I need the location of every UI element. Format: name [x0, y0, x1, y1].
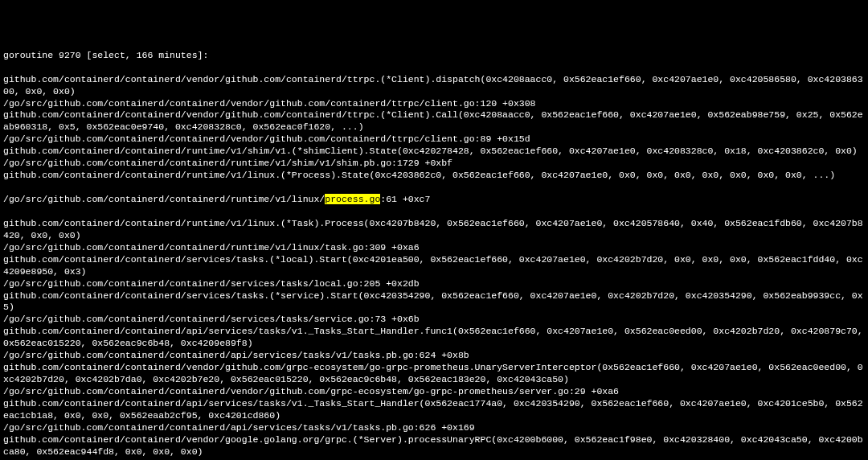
goroutine-header: goroutine 9270 [select, 166 minutes]:	[3, 50, 865, 62]
stack-trace-line: github.com/containerd/containerd/service…	[3, 254, 865, 278]
stack-trace-line: /go/src/github.com/containerd/containerd…	[3, 278, 865, 290]
stack-trace-line: /go/src/github.com/containerd/containerd…	[3, 133, 865, 146]
stack-trace-line: /go/src/github.com/containerd/containerd…	[3, 314, 865, 326]
stack-trace-block-2: github.com/containerd/containerd/runtime…	[3, 218, 865, 460]
stack-trace-line: github.com/containerd/containerd/vendor/…	[3, 74, 865, 98]
stack-trace-line: github.com/containerd/containerd/service…	[3, 290, 865, 314]
stack-trace-line: /go/src/github.com/containerd/containerd…	[3, 350, 865, 362]
stack-trace-line: /go/src/github.com/containerd/containerd…	[3, 386, 865, 398]
stack-trace-line: github.com/containerd/containerd/api/ser…	[3, 398, 865, 422]
hl-suffix: :61 +0xc7	[380, 194, 430, 204]
stack-trace-line: /go/src/github.com/containerd/containerd…	[3, 98, 865, 110]
search-highlight: process.go	[325, 194, 380, 204]
stack-trace-line: /go/src/github.com/containerd/containerd…	[3, 158, 865, 170]
stack-trace-line: github.com/containerd/containerd/runtime…	[3, 218, 865, 242]
stack-trace-line: /go/src/github.com/containerd/containerd…	[3, 242, 865, 254]
stack-trace-line: github.com/containerd/containerd/vendor/…	[3, 109, 865, 133]
stack-trace-line: github.com/containerd/containerd/runtime…	[3, 146, 865, 158]
highlighted-line: /go/src/github.com/containerd/containerd…	[3, 194, 865, 206]
stack-trace-line: github.com/containerd/containerd/vendor/…	[3, 434, 865, 458]
stack-trace-block-1: github.com/containerd/containerd/vendor/…	[3, 74, 865, 182]
hl-prefix: /go/src/github.com/containerd/containerd…	[3, 194, 325, 204]
stack-trace-line: github.com/containerd/containerd/api/ser…	[3, 326, 865, 350]
stack-trace-line: github.com/containerd/containerd/runtime…	[3, 170, 865, 182]
stack-trace-line: /go/src/github.com/containerd/containerd…	[3, 422, 865, 434]
stack-trace-line: github.com/containerd/containerd/vendor/…	[3, 362, 865, 386]
